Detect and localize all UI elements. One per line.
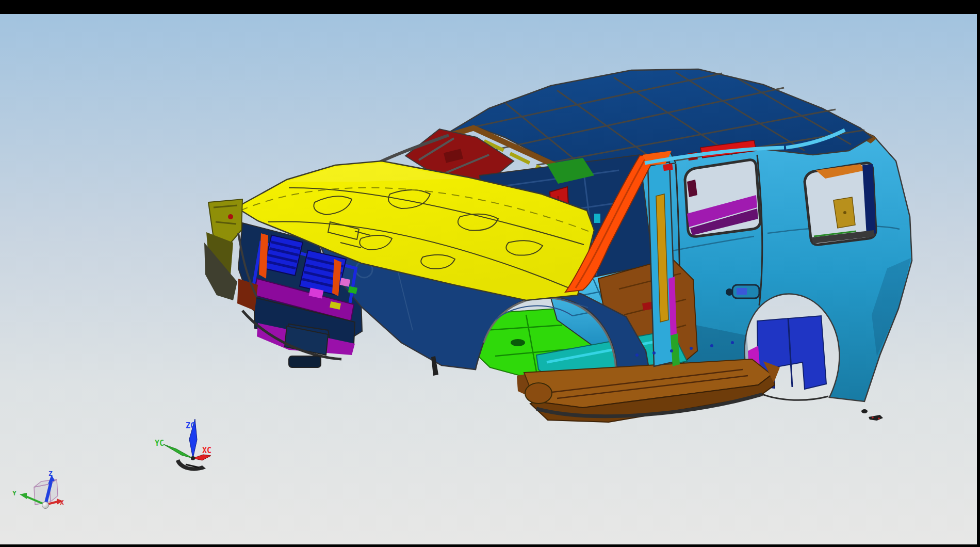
wcs-y-label: YC (155, 439, 164, 448)
door-dot (652, 351, 656, 355)
door-handle-glint (737, 288, 747, 295)
door-dot (635, 353, 639, 357)
door-dot (731, 341, 734, 344)
grille-upper[interactable] (264, 235, 303, 276)
abs-x-label: X (60, 498, 64, 506)
rear-door-window[interactable] (685, 160, 760, 237)
door-dot (710, 344, 713, 347)
b-pillar-red-top (663, 164, 673, 171)
3d-viewport[interactable]: ZC YC XC Z Y X (0, 14, 977, 544)
abs-z-label: Z (48, 470, 53, 477)
window-frame-right (977, 0, 980, 547)
application-window: ZC YC XC Z Y X (0, 0, 980, 547)
floor-green-slot (511, 339, 525, 346)
door-dot (670, 349, 673, 352)
abs-origin-sphere (42, 502, 49, 509)
tow-bracket (289, 356, 321, 367)
car-body-model: ZC YC XC Z Y X (0, 14, 977, 544)
window-frame-top (0, 0, 980, 14)
wcs-origin[interactable] (191, 456, 195, 460)
quarter-window[interactable] (805, 163, 876, 245)
debris-blob[interactable] (861, 409, 868, 413)
gold-plate-hole (843, 211, 846, 214)
fender-tip-red-dot (228, 214, 233, 219)
debris-red-dot (878, 417, 880, 420)
interior-cyan-fleck (594, 214, 600, 223)
wcs-z-label: ZC (186, 421, 195, 430)
wcs-x-label: XC (202, 446, 211, 455)
abs-y-label: Y (12, 489, 17, 497)
debris-red-dot (872, 416, 874, 419)
door-lock-recess (726, 288, 733, 296)
board-end-cap (525, 383, 552, 404)
door-dot (690, 347, 693, 350)
